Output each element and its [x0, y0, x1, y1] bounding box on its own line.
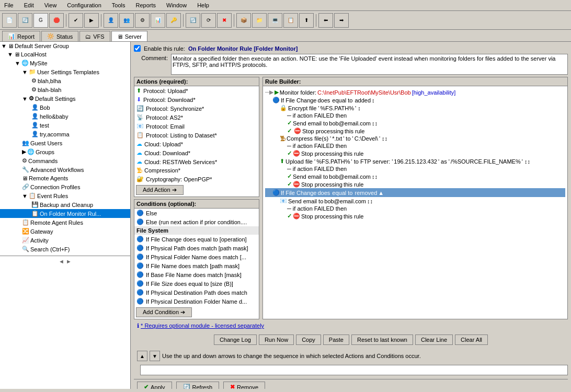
- sidebar-item-test[interactable]: 👤 test: [0, 121, 130, 130]
- menu-edit[interactable]: Edit: [22, 1, 36, 9]
- toolbar-btn-15[interactable]: 📁: [252, 13, 267, 28]
- toolbar-btn-5[interactable]: ✔: [68, 13, 83, 28]
- toolbar-btn-2[interactable]: 🔄: [18, 13, 32, 28]
- add-condition-button[interactable]: Add Condition ➔: [136, 307, 192, 317]
- sidebar-item-try-acomma[interactable]: 👤 try,acomma: [0, 130, 130, 139]
- toolbar-btn-19[interactable]: ⬅: [318, 13, 333, 28]
- compress-mask-link[interactable]: *.txt: [332, 135, 342, 142]
- upload-path-link[interactable]: %FS.PATH%: [316, 158, 350, 165]
- encrypt-path-link[interactable]: %FS.PATH%: [321, 105, 354, 111]
- email-link-2[interactable]: bob@email.com: [329, 174, 371, 180]
- toolbar-btn-14[interactable]: 📦: [236, 13, 251, 28]
- action-email[interactable]: 📧Protocol: Email: [134, 122, 259, 131]
- sidebar-scrollbar[interactable]: ◄ ►: [0, 256, 130, 266]
- sidebar-item-connection-profiles[interactable]: 🔗 Connection Profiles: [0, 182, 130, 191]
- sidebar-item-localhost[interactable]: ▼ 🖥 LocalHost: [0, 50, 130, 59]
- ftp-dest-link[interactable]: /%SOURCE.FILE_NAME%: [451, 158, 521, 165]
- toolbar-btn-10[interactable]: 📊: [151, 13, 165, 28]
- nav-down-button[interactable]: ▼: [150, 351, 160, 361]
- run-now-button[interactable]: Run Now: [259, 335, 294, 345]
- action-cloud-rest[interactable]: ☁Cloud: REST/Web Services*: [134, 157, 259, 166]
- tab-status[interactable]: 🔆 Status: [41, 31, 78, 41]
- sidebar-item-default-settings[interactable]: ▼ ⚙ Default Settings: [0, 94, 130, 103]
- action-download[interactable]: ⬇Protocol: Download*: [134, 95, 259, 104]
- action-compress[interactable]: 🗜Compression*: [134, 166, 259, 175]
- toolbar-btn-17[interactable]: 📋: [283, 13, 298, 28]
- ftp-server-link[interactable]: 196.215.123.432: [394, 158, 437, 165]
- sidebar-item-bob[interactable]: 👤 Bob: [0, 103, 130, 112]
- menu-file[interactable]: File: [2, 1, 16, 9]
- sidebar-item-event-rules[interactable]: ▼ 📋 Event Rules: [0, 191, 130, 200]
- cond-file-size[interactable]: 🔵If File Size does equal to [size (B)]: [134, 279, 259, 288]
- email-link-1[interactable]: bob@email.com: [329, 120, 371, 126]
- toolbar-btn-3[interactable]: G: [33, 13, 48, 28]
- toolbar-btn-20[interactable]: ➡: [334, 13, 349, 28]
- toolbar-btn-18[interactable]: ⬆: [299, 13, 314, 28]
- removed-link[interactable]: removed: [355, 190, 378, 196]
- sidebar-item-search[interactable]: 🔍 Search (Ctrl+F): [0, 245, 130, 253]
- monitor-path-link[interactable]: C:\InetPub\EFTRoot\MySite\Usr\Bob: [317, 89, 411, 96]
- tab-server[interactable]: 🖥 Server: [111, 31, 147, 41]
- apply-button[interactable]: ✔ Apply: [137, 382, 172, 389]
- toolbar-btn-4[interactable]: 🛑: [49, 13, 64, 28]
- clear-all-button[interactable]: Clear All: [455, 335, 488, 345]
- cond-else[interactable]: 🔵Else: [134, 209, 259, 217]
- toolbar-btn-delete[interactable]: ✖: [217, 13, 232, 28]
- toolbar-btn-8[interactable]: 👥: [119, 13, 134, 28]
- sidebar-item-commands[interactable]: ⚙ Commands: [0, 156, 130, 165]
- sidebar-item-advanced-workflows[interactable]: 🔧 Advanced Workflows: [0, 165, 130, 174]
- cond-dest-path[interactable]: 🔵If Physical Destination Path does match: [134, 288, 259, 297]
- seq-input[interactable]: [140, 365, 568, 375]
- equal-to-link-1[interactable]: equal to: [332, 97, 352, 103]
- add-action-button[interactable]: Add Action ➔: [136, 185, 184, 195]
- toolbar-btn-9[interactable]: ⚙: [135, 13, 150, 28]
- sidebar-item-blah-blah[interactable]: ⚙ blah-blah: [0, 85, 130, 94]
- action-listing[interactable]: 📋Protocol: Listing to Dataset*: [134, 131, 259, 140]
- cond-file-name[interactable]: 🔵If File Name does match [path mask]: [134, 261, 259, 270]
- action-cloud-download[interactable]: ☁Cloud: Download*: [134, 148, 259, 157]
- sidebar-item-hello-baby[interactable]: 👤 hello&baby: [0, 112, 130, 121]
- added-link[interactable]: added: [355, 97, 371, 103]
- enable-checkbox[interactable]: [134, 45, 141, 52]
- nav-up-button[interactable]: ▲: [137, 351, 147, 361]
- comment-textarea[interactable]: Monitor a specified folder then execute …: [171, 54, 568, 75]
- toolbar-btn-7[interactable]: 👤: [104, 13, 118, 28]
- menu-window[interactable]: Window: [164, 1, 189, 9]
- toolbar-btn-12[interactable]: 🔃: [186, 13, 200, 28]
- sidebar-item-remote-agents[interactable]: 🖥 Remote Agents: [0, 174, 130, 182]
- sidebar-item-user-settings-templates[interactable]: ▼ 📁 User Settings Templates: [0, 67, 130, 76]
- menu-reports[interactable]: Reports: [133, 1, 158, 9]
- sidebar-item-blah-blha[interactable]: ⚙ blah,blha: [0, 76, 130, 85]
- clear-line-button[interactable]: Clear Line: [415, 335, 453, 345]
- compress-dest-link[interactable]: C:\Devel\: [355, 135, 378, 142]
- copy-button[interactable]: Copy: [296, 335, 321, 345]
- action-cloud-upload[interactable]: ☁Cloud: Upload*: [134, 140, 259, 148]
- cond-file-change[interactable]: 🔵If File Change does equal to [operation…: [134, 235, 259, 244]
- email-link-3[interactable]: bob@email.com: [324, 198, 366, 204]
- this-rule-link-3[interactable]: this rule: [344, 181, 364, 188]
- action-sync[interactable]: 🔄Protocol: Synchronize*: [134, 104, 259, 113]
- cond-else-run[interactable]: 🔵Else (run next action if prior conditio…: [134, 217, 259, 226]
- tab-vfs[interactable]: 🗂 VFS: [79, 31, 110, 41]
- this-rule-link-1[interactable]: this rule: [345, 128, 365, 134]
- menu-tools[interactable]: Tools: [110, 1, 128, 9]
- sidebar-item-gateway[interactable]: 🔀 Gateway: [0, 227, 130, 236]
- paste-button[interactable]: Paste: [323, 335, 349, 345]
- remove-button[interactable]: ✖ Remove: [223, 382, 265, 389]
- module-info-link[interactable]: * Requires optional module - licensed se…: [141, 322, 264, 329]
- sidebar-item-activity[interactable]: 📈 Activity: [0, 236, 130, 245]
- sidebar-item-default-server-group[interactable]: ▼ 🖥 Default Server Group: [0, 42, 130, 50]
- reset-last-known-button[interactable]: Reset to last known: [351, 335, 413, 345]
- toolbar-btn-16[interactable]: 💻: [268, 13, 282, 28]
- menu-view[interactable]: View: [42, 1, 59, 9]
- rule-tree[interactable]: ─▶ ▶ Monitor folder: C:\InetPub\EFTRoot\…: [263, 86, 567, 319]
- cond-physical-path[interactable]: 🔵If Physical Path does match [path mask]: [134, 244, 259, 252]
- cond-dest-folder[interactable]: 🔵If Physical Destination Folder Name d..…: [134, 297, 259, 306]
- this-rule-link-2[interactable]: this rule: [344, 151, 364, 157]
- action-as2[interactable]: 📡Protocol: AS2*: [134, 113, 259, 122]
- this-rule-link-4[interactable]: this rule: [344, 213, 364, 220]
- tab-report[interactable]: 📊 Report: [2, 31, 40, 41]
- menu-help[interactable]: Help: [195, 1, 211, 9]
- does-link-1[interactable]: does: [317, 97, 330, 103]
- sidebar-item-on-folder-monitor-rule[interactable]: 📋 On Folder Monitor Rul...: [0, 209, 130, 218]
